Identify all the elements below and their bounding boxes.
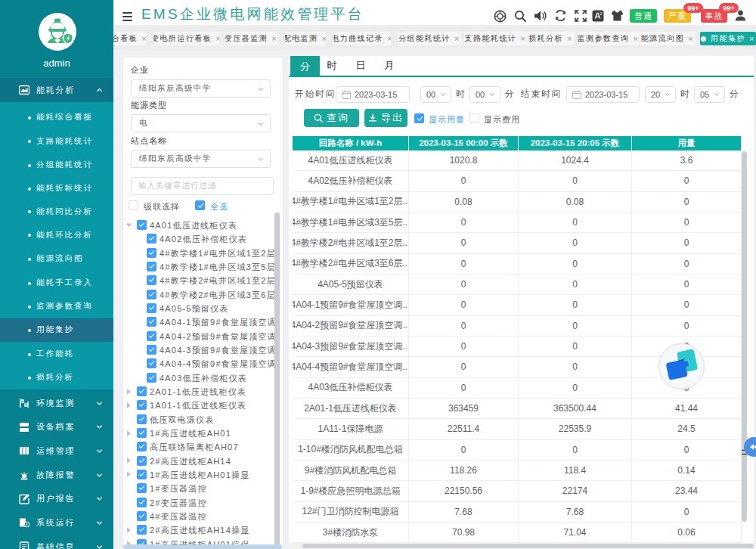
svg-text:2: 2 (600, 11, 603, 16)
